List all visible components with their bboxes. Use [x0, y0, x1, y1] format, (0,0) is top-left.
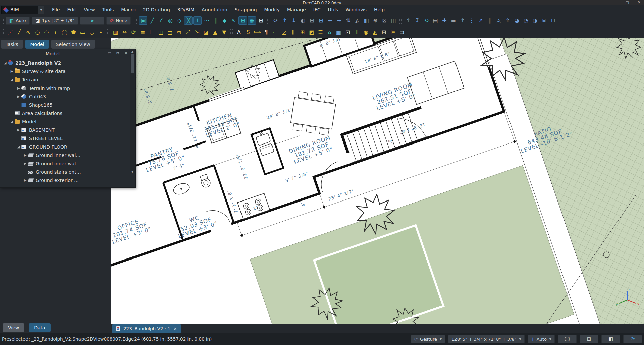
- viewsheet-icon[interactable]: ⊡: [343, 28, 352, 36]
- trim-icon[interactable]: ⊢: [148, 28, 156, 36]
- ruler-icon[interactable]: ⊫: [389, 28, 397, 36]
- draft-bspline-icon[interactable]: ≀: [51, 28, 60, 36]
- scale-icon[interactable]: ⤢: [184, 28, 192, 36]
- shapestring-icon[interactable]: S: [244, 28, 252, 36]
- tree-item-cut043[interactable]: ▶Cut043: [0, 92, 135, 101]
- scroll-down-icon[interactable]: ▼: [130, 170, 135, 173]
- clone-icon[interactable]: ⧉: [175, 28, 183, 36]
- tree-item-ground-floor[interactable]: ◢GROUND FLOOR: [0, 142, 135, 151]
- view-plane-icon[interactable]: ◧: [362, 16, 370, 25]
- close-button[interactable]: ✕: [638, 0, 641, 5]
- array-icon[interactable]: ▤: [166, 28, 174, 36]
- menu-manage[interactable]: Manage: [284, 6, 309, 14]
- link-icon[interactable]: ↗: [476, 16, 485, 25]
- tree-item-terrain[interactable]: ◢Terrain: [0, 75, 135, 84]
- snap-intersection-icon[interactable]: ╳: [184, 16, 193, 25]
- theme-icon[interactable]: ◧: [601, 335, 620, 343]
- hatch-icon[interactable]: ▨: [111, 28, 120, 36]
- draft-point-icon[interactable]: ∙: [97, 28, 105, 36]
- layer-icon[interactable]: ☰: [316, 28, 325, 36]
- scene-inspector-icon[interactable]: ⊞: [580, 335, 598, 343]
- chevron-down-icon[interactable]: ▼: [38, 6, 44, 14]
- raise-icon[interactable]: ↑: [458, 16, 467, 25]
- view-iso-icon[interactable]: ◭: [353, 16, 361, 25]
- snap-dim-icon[interactable]: ⋯: [202, 16, 211, 25]
- menu-windows[interactable]: Windows: [342, 6, 370, 14]
- scroll-up-icon[interactable]: ▲: [130, 50, 135, 53]
- drum-icon[interactable]: ⊔: [549, 16, 557, 25]
- dimension-icon[interactable]: ⟷: [253, 28, 261, 36]
- menu-snapping[interactable]: Snapping: [232, 6, 260, 14]
- tree-item-shape165[interactable]: ─Shape165: [0, 101, 135, 109]
- anchor-icon[interactable]: ∥: [485, 16, 494, 25]
- toggle-grid-icon[interactable]: ⊞: [257, 16, 265, 25]
- tree-item-ground-stairs-ent[interactable]: ─Ground stairs ent…: [0, 168, 135, 176]
- blob1-icon[interactable]: ◕: [513, 16, 521, 25]
- toolbar-grip[interactable]: [135, 18, 137, 24]
- blob2-icon[interactable]: ◔: [522, 16, 530, 25]
- view-zoomin-icon[interactable]: ⊕: [371, 16, 379, 25]
- tree-item-ground-inner-wal[interactable]: ▶Ground inner wal…: [0, 151, 135, 159]
- tab-close-icon[interactable]: ✕: [173, 326, 177, 331]
- draft-wire-icon[interactable]: ∿: [24, 28, 33, 36]
- menu-edit[interactable]: Edit: [64, 6, 79, 14]
- document-tab[interactable]: 223_Randolph V2 : 1 ✕: [112, 324, 181, 333]
- upgrade-icon[interactable]: ▲: [211, 28, 219, 36]
- view-zoomout-icon[interactable]: ⊠: [380, 16, 388, 25]
- maximize-button[interactable]: ▢: [625, 0, 629, 5]
- view-box-icon[interactable]: ⊞: [308, 16, 316, 25]
- ifc-sync-icon[interactable]: ⟲: [422, 16, 430, 25]
- 3d-viewport[interactable]: KITCHEN305.43 SQFLEVEL 2' 0"PANTRY75.78 …: [111, 38, 644, 324]
- section-plane-icon[interactable]: ◩: [307, 28, 316, 36]
- axis-icon[interactable]: ◬: [494, 16, 503, 25]
- snap-angle-icon[interactable]: ∠: [157, 16, 165, 25]
- expander-open-icon[interactable]: ◢: [2, 61, 8, 65]
- view-right-icon[interactable]: →: [335, 16, 343, 25]
- snap-special-icon[interactable]: ◆: [220, 16, 229, 25]
- menu-file[interactable]: File: [49, 6, 63, 14]
- text-icon[interactable]: A: [235, 28, 243, 36]
- sync-icon[interactable]: ⟳: [623, 335, 642, 343]
- rotate-icon[interactable]: ⟳: [129, 28, 138, 36]
- draft-rectangle-icon[interactable]: ▭: [78, 28, 87, 36]
- menu-utils[interactable]: Utils: [325, 6, 341, 14]
- tree-item-terrain-with-ramp[interactable]: ▶Terrain with ramp: [0, 84, 135, 92]
- tree-item-survey-site-data[interactable]: ▶Survey & site data: [0, 67, 135, 75]
- tree-item-ground-inner-wal[interactable]: ▶Ground inner wal…: [0, 159, 135, 168]
- view-section-icon[interactable]: ⊟: [317, 16, 325, 25]
- draft-line-icon[interactable]: ╱: [15, 28, 23, 36]
- blob3-icon[interactable]: ◑: [531, 16, 539, 25]
- grid2-icon[interactable]: ⊞: [298, 28, 307, 36]
- group-icon[interactable]: ⋮: [467, 16, 476, 25]
- view-swap-icon[interactable]: ⇅: [344, 16, 352, 25]
- expander-open-icon[interactable]: ◢: [9, 78, 15, 81]
- tree-item-ground-exterior[interactable]: ▶Ground exterior …: [0, 176, 135, 183]
- snap-workingplane-icon[interactable]: ▦: [248, 16, 256, 25]
- ifc-icon[interactable]: ⌂: [325, 28, 334, 36]
- menu-macro[interactable]: Macro: [118, 6, 138, 14]
- float-panel-icon[interactable]: ▭: [108, 51, 111, 55]
- tree-scrollbar[interactable]: ▲ ▼: [130, 50, 135, 173]
- endbar-icon[interactable]: ⊟: [380, 28, 388, 36]
- menu-annotation[interactable]: Annotation: [199, 6, 230, 14]
- snap-extension-icon[interactable]: ◇: [175, 16, 183, 25]
- expander-closed-icon[interactable]: ▶: [22, 178, 28, 182]
- level-down-icon[interactable]: ↧: [413, 16, 421, 25]
- expander-open-icon[interactable]: ◢: [9, 120, 15, 123]
- axis2-icon[interactable]: ⫼: [289, 28, 298, 36]
- menu-3d-bim[interactable]: 3D/BIM: [174, 6, 197, 14]
- snap-grid-icon[interactable]: ⊞: [238, 16, 247, 25]
- up2-icon[interactable]: ⇑: [503, 16, 512, 25]
- panel-resize-grip[interactable]: ······: [0, 183, 135, 185]
- expander-closed-icon[interactable]: ▶: [22, 162, 28, 165]
- label-icon[interactable]: ¶: [262, 28, 270, 36]
- bimbox-icon[interactable]: ▣: [334, 28, 343, 36]
- mirror-icon[interactable]: ◫: [157, 28, 165, 36]
- scroll-thumb[interactable]: [131, 54, 134, 73]
- expander-closed-icon[interactable]: ▶: [22, 153, 28, 157]
- snap-parallel-icon[interactable]: ∥: [211, 16, 220, 25]
- split-icon[interactable]: ◭: [371, 28, 379, 36]
- menu-help[interactable]: Help: [371, 6, 388, 14]
- annotation-styles-icon[interactable]: ◿: [280, 28, 288, 36]
- join-icon[interactable]: ✚: [440, 16, 448, 25]
